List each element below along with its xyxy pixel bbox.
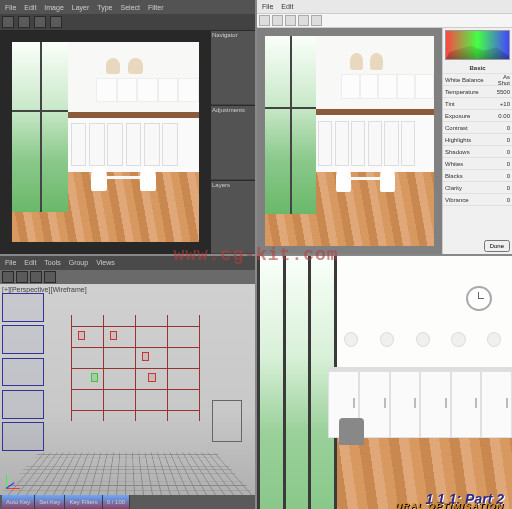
max-menu-edit[interactable]: Edit	[21, 259, 39, 266]
photoshop-window: File Edit Image Layer Type Select Filter	[0, 0, 255, 254]
raw-crop-tool[interactable]	[298, 15, 309, 26]
raw-done-button[interactable]: Done	[484, 240, 510, 252]
raw-side-panel: Basic White BalanceAs Shot Temperature55…	[442, 28, 512, 254]
wall-clock-icon	[466, 286, 492, 311]
raw-toolbar	[257, 14, 512, 28]
ps-menu-image[interactable]: Image	[41, 4, 66, 11]
ps-navigator-panel[interactable]: Navigator	[211, 30, 255, 104]
max-menu-file[interactable]: File	[2, 259, 19, 266]
wireframe-chair	[212, 400, 243, 442]
max-status-bar: Auto Key Set Key Key Filters 0 / 100	[0, 495, 255, 509]
camera-raw-window: File Edit	[257, 0, 512, 254]
ps-canvas[interactable]	[0, 30, 211, 254]
max-frame: 0 / 100	[103, 495, 130, 509]
ps-adjustments-panel[interactable]: Adjustments	[211, 105, 255, 179]
ps-menubar: File Edit Image Layer Type Select Filter	[0, 0, 255, 14]
raw-slider-clarity[interactable]: Clarity0	[443, 182, 512, 194]
3dsmax-window: File Edit Tools Group Views [+][Perspect…	[0, 256, 255, 510]
ps-tool-marquee[interactable]	[18, 16, 30, 28]
raw-slider-blacks[interactable]: Blacks0	[443, 170, 512, 182]
max-menu-tools[interactable]: Tools	[41, 259, 63, 266]
raw-zoom-tool[interactable]	[259, 15, 270, 26]
max-keyfilters[interactable]: Key Filters	[65, 495, 102, 509]
final-render: 1 1 1: Part 2 URAL OPTIMISATION	[257, 256, 512, 510]
ps-tool-move[interactable]	[2, 16, 14, 28]
raw-hand-tool[interactable]	[272, 15, 283, 26]
max-toolbar	[0, 270, 255, 284]
raw-slider-whites[interactable]: Whites0	[443, 158, 512, 170]
raw-slider-tint[interactable]: Tint+10	[443, 98, 512, 110]
ps-menu-filter[interactable]: Filter	[145, 4, 167, 11]
max-tool-move[interactable]	[16, 271, 28, 283]
kitchen-render-image	[12, 42, 199, 242]
raw-menu-file[interactable]: File	[259, 3, 276, 10]
kitchen-final-image: 1 1 1: Part 2 URAL OPTIMISATION	[257, 256, 512, 510]
ps-tool-lasso[interactable]	[34, 16, 46, 28]
raw-panel-dropdown[interactable]: Basic	[443, 62, 512, 74]
axis-gizmo	[6, 473, 22, 489]
ps-menu-type[interactable]: Type	[94, 4, 115, 11]
wireframe-scene: [+][Perspective][Wireframe]	[0, 284, 255, 496]
max-tool-select[interactable]	[2, 271, 14, 283]
max-menu-views[interactable]: Views	[93, 259, 118, 266]
max-autokey[interactable]: Auto Key	[2, 495, 35, 509]
raw-slider-vibrance[interactable]: Vibrance0	[443, 194, 512, 206]
raw-slider-contrast[interactable]: Contrast0	[443, 122, 512, 134]
raw-slider-temp[interactable]: Temperature5500	[443, 86, 512, 98]
max-tool-rotate[interactable]	[30, 271, 42, 283]
raw-histogram	[445, 30, 510, 60]
ps-right-panels: Navigator Adjustments Layers	[211, 30, 255, 254]
ps-toolbar	[0, 14, 255, 30]
raw-menubar: File Edit	[257, 0, 512, 14]
max-menu-group[interactable]: Group	[66, 259, 91, 266]
max-tool-scale[interactable]	[44, 271, 56, 283]
ps-menu-file[interactable]: File	[2, 4, 19, 11]
ps-menu-edit[interactable]: Edit	[21, 4, 39, 11]
raw-slider-wb[interactable]: White BalanceAs Shot	[443, 74, 512, 86]
video-subtitle: URAL OPTIMISATION	[395, 501, 504, 509]
raw-rotate-tool[interactable]	[311, 15, 322, 26]
kitchen-preview-image	[265, 36, 434, 246]
raw-slider-highlights[interactable]: Highlights0	[443, 134, 512, 146]
max-menubar: File Edit Tools Group Views	[0, 256, 255, 270]
raw-canvas[interactable]	[257, 28, 442, 254]
raw-slider-exposure[interactable]: Exposure0.00	[443, 110, 512, 122]
render-chair	[339, 418, 365, 464]
raw-basic-panel: Basic White BalanceAs Shot Temperature55…	[443, 62, 512, 238]
ps-menu-layer[interactable]: Layer	[69, 4, 93, 11]
max-setkey[interactable]: Set Key	[35, 495, 65, 509]
ps-menu-select[interactable]: Select	[118, 4, 143, 11]
ps-tool-crop[interactable]	[50, 16, 62, 28]
raw-wb-tool[interactable]	[285, 15, 296, 26]
raw-menu-edit[interactable]: Edit	[278, 3, 296, 10]
ps-layers-panel[interactable]: Layers	[211, 180, 255, 254]
raw-slider-shadows[interactable]: Shadows0	[443, 146, 512, 158]
max-viewport[interactable]: [+][Perspective][Wireframe]	[0, 284, 255, 496]
